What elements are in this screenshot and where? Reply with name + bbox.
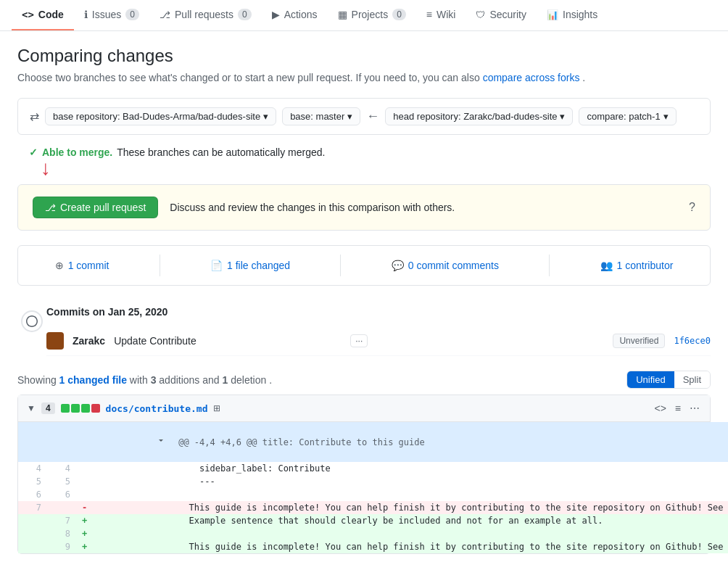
diff-hunk-expand-icon: [76, 422, 173, 462]
issues-icon: ℹ: [84, 9, 88, 20]
tab-projects-label: Projects: [352, 9, 389, 20]
contributors-link[interactable]: 1 contributor: [617, 260, 674, 271]
file-name-link[interactable]: docs/contribute.md: [106, 403, 208, 414]
head-repo-label: head repository: Zarakc/bad-dudes-site: [393, 111, 557, 122]
view-toggle: Unified Split: [626, 371, 711, 389]
diff-line-4-removed: 7 - This guide is incomplete! You can he…: [18, 501, 728, 514]
base-repo-select[interactable]: base repository: Bad-Dudes-Arma/bad-dude…: [45, 107, 276, 125]
commit-row: Zarakc Update Contribute ··· Unverified …: [46, 326, 711, 356]
base-repo-label: base repository: Bad-Dudes-Arma/bad-dude…: [53, 111, 260, 122]
commits-icon: ⊕: [55, 260, 64, 271]
wiki-icon: ≡: [426, 9, 432, 20]
base-branch-label: base: master: [290, 111, 344, 122]
add-block-3: [81, 404, 90, 413]
add-block-1: [61, 404, 70, 413]
base-repo-chevron-icon: ▾: [263, 111, 268, 122]
compare-arrows-icon: ⇄: [30, 110, 39, 123]
file-actions: <> ≡ ⋯: [653, 401, 701, 416]
create-pull-request-button[interactable]: ⎇ Create pull request: [33, 197, 158, 218]
pr-icon: ⎇: [45, 202, 56, 213]
gutter-dot: [21, 310, 43, 332]
tab-actions-label: Actions: [284, 9, 318, 20]
commit-author[interactable]: Zarakc: [73, 335, 105, 347]
raw-view-icon[interactable]: ≡: [674, 401, 682, 416]
tab-issues-label: Issues: [92, 9, 121, 20]
tab-security[interactable]: 🛡 Security: [466, 0, 537, 30]
file-additions-blocks: [61, 404, 100, 413]
actions-icon: ▶: [272, 9, 280, 20]
create-pr-description: Discuss and review the changes in this c…: [170, 202, 455, 213]
more-options-icon[interactable]: ⋯: [688, 401, 701, 416]
tab-issues[interactable]: ℹ Issues 0: [74, 0, 149, 30]
changed-count-link[interactable]: 1 changed file: [59, 374, 127, 386]
diff-line-1: 4 4 sidebar_label: Contribute: [18, 462, 728, 475]
tab-actions[interactable]: ▶ Actions: [262, 0, 328, 30]
merge-status-row: ✓ Able to merge. These branches can be a…: [17, 144, 711, 178]
commit-avatar: [46, 332, 64, 350]
tab-wiki-label: Wiki: [437, 9, 455, 20]
code-icon: <>: [22, 9, 34, 20]
top-nav: <> Code ℹ Issues 0 ⎇ Pull requests 0 ▶ A…: [0, 0, 728, 31]
copy-path-icon[interactable]: ⊞: [213, 403, 220, 413]
create-pr-left: ⎇ Create pull request Discuss and review…: [33, 197, 455, 218]
diff-line-3: 6 6: [18, 488, 728, 501]
arrow-right-icon: ←: [366, 109, 379, 124]
compare-branch-select[interactable]: compare: patch-1 ▾: [579, 107, 676, 125]
files-link[interactable]: 1 file changed: [227, 260, 290, 271]
commit-message: Update Contribute: [114, 335, 342, 347]
tab-pull-requests[interactable]: ⎇ Pull requests 0: [149, 0, 262, 30]
deletion-count: 1: [223, 374, 228, 386]
merge-check-icon: ✓: [29, 146, 38, 158]
commit-unverified-badge: Unverified: [613, 334, 665, 348]
compare-bar: ⇄ base repository: Bad-Dudes-Arma/bad-du…: [17, 98, 711, 135]
tab-projects[interactable]: ▦ Projects 0: [328, 0, 416, 30]
compare-forks-link[interactable]: compare across forks: [483, 72, 580, 83]
diff-line-2: 5 5 ---: [18, 475, 728, 488]
commits-link[interactable]: 1 commit: [68, 260, 109, 271]
stat-commits: ⊕ 1 commit: [55, 260, 109, 271]
diff-header: Showing 1 changed file with 3 additions …: [17, 371, 711, 389]
issues-badge: 0: [125, 9, 139, 20]
stat-files: 📄 1 file changed: [210, 260, 290, 271]
diff-hunk-header: @@ -4,4 +4,6 @@ title: Contribute to thi…: [18, 422, 728, 462]
timeline-content: Commits on Jan 25, 2020 Zarakc Update Co…: [46, 300, 711, 356]
help-icon[interactable]: ?: [689, 201, 695, 214]
tab-insights[interactable]: 📊 Insights: [537, 0, 608, 30]
tab-code[interactable]: <> Code: [12, 0, 74, 30]
diff-section: Showing 1 changed file with 3 additions …: [17, 371, 711, 554]
tab-security-label: Security: [489, 9, 526, 20]
stat-divider-1: [160, 255, 160, 276]
commit-expand-button[interactable]: ···: [350, 334, 368, 347]
insights-icon: 📊: [547, 9, 558, 20]
security-icon: 🛡: [476, 9, 485, 20]
unified-view-button[interactable]: Unified: [627, 371, 674, 388]
commit-hash-link[interactable]: 1f6ece0: [674, 336, 711, 346]
split-view-button[interactable]: Split: [674, 371, 710, 388]
commits-date: Commits on Jan 25, 2020: [46, 306, 711, 318]
head-repo-select[interactable]: head repository: Zarakc/bad-dudes-site ▾: [385, 107, 573, 125]
projects-icon: ▦: [338, 9, 347, 20]
base-branch-chevron-icon: ▾: [347, 111, 352, 122]
merge-description: These branches can be automatically merg…: [117, 146, 325, 158]
stat-contributors: 👥 1 contributor: [600, 260, 674, 271]
left-gutter: [17, 300, 46, 356]
page-subtitle: Choose two branches to see what's change…: [17, 72, 711, 83]
create-pr-section: ⎇ Create pull request Discuss and review…: [17, 184, 711, 231]
tab-wiki[interactable]: ≡ Wiki: [416, 0, 466, 30]
head-repo-chevron-icon: ▾: [560, 111, 565, 122]
stat-divider-2: [340, 255, 341, 276]
stat-comments: 💬 0 commit comments: [392, 260, 499, 271]
diff-table: @@ -4,4 +4,6 @@ title: Contribute to thi…: [18, 422, 728, 553]
tab-insights-label: Insights: [563, 9, 597, 20]
tab-pull-requests-label: Pull requests: [175, 9, 233, 20]
diff-hunk-text: @@ -4,4 +4,6 @@ title: Contribute to thi…: [173, 422, 728, 462]
commits-section: Commits on Jan 25, 2020 Zarakc Update Co…: [17, 300, 711, 356]
diff-line-7-added: 9 + This guide is incomplete! You can he…: [18, 540, 728, 553]
create-pr-button-label: Create pull request: [60, 202, 146, 213]
code-view-icon[interactable]: <>: [653, 401, 667, 416]
comments-link[interactable]: 0 commit comments: [408, 260, 499, 271]
file-toggle-icon[interactable]: ▼: [27, 403, 36, 413]
file-header: ▼ 4 docs/contribute.md ⊞ <> ≡ ⋯: [18, 395, 710, 422]
base-branch-select[interactable]: base: master ▾: [282, 107, 360, 125]
contributors-icon: 👥: [600, 260, 613, 271]
